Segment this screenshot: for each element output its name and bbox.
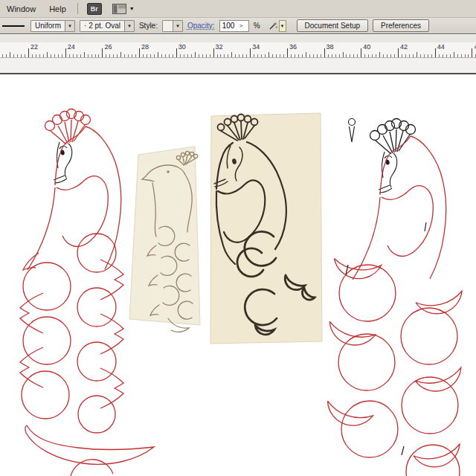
ruler-tick bbox=[280, 54, 280, 57]
ruler-tick bbox=[143, 54, 144, 57]
ruler-tick bbox=[313, 54, 314, 57]
ruler-tick bbox=[62, 54, 62, 57]
large-ink-sketch[interactable] bbox=[210, 113, 322, 344]
ruler-tick bbox=[454, 52, 454, 57]
ruler-tick-label: 32 bbox=[216, 43, 223, 51]
ruler-tick bbox=[379, 52, 380, 57]
workspace-switcher-button[interactable]: ▼ bbox=[112, 4, 135, 14]
ruler-tick bbox=[161, 54, 162, 57]
ruler-tick bbox=[317, 54, 318, 57]
opacity-stepper[interactable]: > bbox=[239, 22, 245, 29]
ruler-tick bbox=[295, 54, 295, 57]
style-label: Style: bbox=[139, 22, 158, 30]
style-select[interactable]: ▾ bbox=[162, 20, 183, 32]
ruler-tick bbox=[376, 54, 376, 57]
ruler-tick bbox=[246, 54, 247, 57]
magic-wand-icon[interactable] bbox=[268, 20, 279, 31]
ruler-tick bbox=[184, 54, 184, 57]
brush-select[interactable]: · 2 pt. Oval ▾ bbox=[80, 20, 135, 32]
ruler-tick bbox=[254, 54, 254, 57]
bridge-button[interactable]: Br bbox=[87, 3, 102, 15]
ruler-tick bbox=[309, 54, 310, 57]
ruler-tick bbox=[416, 52, 417, 57]
wand-dropdown-button[interactable]: ▼ bbox=[279, 20, 286, 32]
stroke-profile-select[interactable]: Uniform ▾ bbox=[30, 20, 75, 32]
ruler-tick bbox=[173, 54, 173, 57]
preferences-button[interactable]: Preferences bbox=[373, 19, 429, 32]
ruler-tick bbox=[187, 54, 188, 57]
ruler-tick bbox=[272, 54, 273, 57]
ruler-tick bbox=[213, 48, 214, 57]
ruler-tick bbox=[84, 52, 85, 57]
ruler-tick bbox=[65, 48, 66, 57]
pin-shape[interactable] bbox=[349, 119, 356, 143]
ruler-tick bbox=[383, 54, 384, 57]
ruler-tick bbox=[28, 48, 29, 57]
ruler-tick bbox=[88, 54, 89, 57]
toolbar-gap bbox=[0, 35, 476, 42]
chevron-down-icon[interactable]: ▾ bbox=[173, 21, 182, 31]
ruler-tick bbox=[431, 54, 432, 57]
ruler-tick bbox=[368, 54, 369, 57]
ruler-tick bbox=[135, 54, 136, 57]
ruler-margin bbox=[0, 58, 476, 73]
ruler-tick-label: 22 bbox=[30, 43, 38, 51]
ruler-tick bbox=[47, 52, 48, 57]
ruler-tick-label: 42 bbox=[400, 43, 408, 51]
ruler-tick bbox=[235, 54, 236, 57]
ruler-tick bbox=[465, 54, 466, 57]
ruler-tick bbox=[350, 54, 350, 57]
ruler-tick bbox=[32, 54, 33, 57]
artboard-canvas[interactable] bbox=[0, 74, 476, 476]
opacity-field: > bbox=[219, 20, 249, 32]
menu-item-help[interactable]: Help bbox=[42, 1, 73, 16]
ruler-tick bbox=[25, 54, 25, 57]
ruler-tick bbox=[291, 54, 292, 57]
ruler-tick bbox=[450, 54, 451, 57]
ruler-tick bbox=[439, 54, 440, 57]
ruler-tick bbox=[424, 54, 425, 57]
ruler-tick bbox=[413, 54, 414, 57]
opacity-link[interactable]: Opacity: bbox=[187, 22, 215, 30]
ruler-tick bbox=[43, 54, 44, 57]
ruler-tick-label: 34 bbox=[252, 43, 260, 51]
ruler-tick bbox=[176, 48, 177, 57]
ruler-tick bbox=[158, 52, 158, 57]
ruler-tick bbox=[91, 54, 92, 57]
opacity-input[interactable] bbox=[220, 22, 239, 30]
ruler-tick bbox=[21, 54, 22, 57]
ruler-tick bbox=[54, 54, 55, 57]
small-pencil-sketch[interactable] bbox=[129, 147, 200, 332]
chevron-down-icon[interactable]: ▾ bbox=[124, 21, 134, 31]
ruler-tick bbox=[10, 52, 10, 57]
ruler-tick bbox=[298, 54, 299, 57]
menu-divider bbox=[77, 3, 78, 14]
ruler-tick bbox=[242, 54, 243, 57]
horizontal-ruler[interactable]: 22242628303234363840424446 bbox=[0, 42, 476, 58]
stroke-preview-line bbox=[2, 25, 25, 27]
ruler-tick bbox=[339, 54, 340, 57]
ruler-tick bbox=[346, 54, 347, 57]
ruler-tick bbox=[6, 54, 7, 57]
ruler-tick bbox=[435, 48, 436, 57]
ruler-tick bbox=[405, 54, 406, 57]
workspace-layout-icon bbox=[112, 4, 126, 14]
ruler-tick bbox=[261, 54, 262, 57]
right-vector-peacock[interactable] bbox=[323, 119, 466, 476]
ruler-tick bbox=[80, 54, 81, 57]
ruler-tick bbox=[39, 54, 40, 57]
ruler-tick-label: 44 bbox=[437, 43, 445, 51]
ruler-tick bbox=[17, 54, 18, 57]
ruler-tick bbox=[109, 54, 110, 57]
chevron-down-icon[interactable]: ▾ bbox=[65, 21, 74, 31]
ruler-tick bbox=[457, 54, 458, 57]
ruler-tick bbox=[13, 54, 14, 57]
ruler-tick bbox=[180, 54, 181, 57]
ruler-tick bbox=[361, 48, 361, 57]
ruler-tick bbox=[102, 48, 103, 57]
ruler-tick bbox=[461, 54, 462, 57]
document-setup-button[interactable]: Document Setup bbox=[297, 19, 369, 32]
ruler-tick bbox=[372, 54, 373, 57]
ruler-tick-label: 30 bbox=[178, 43, 186, 51]
menu-item-window[interactable]: Window bbox=[0, 1, 42, 16]
